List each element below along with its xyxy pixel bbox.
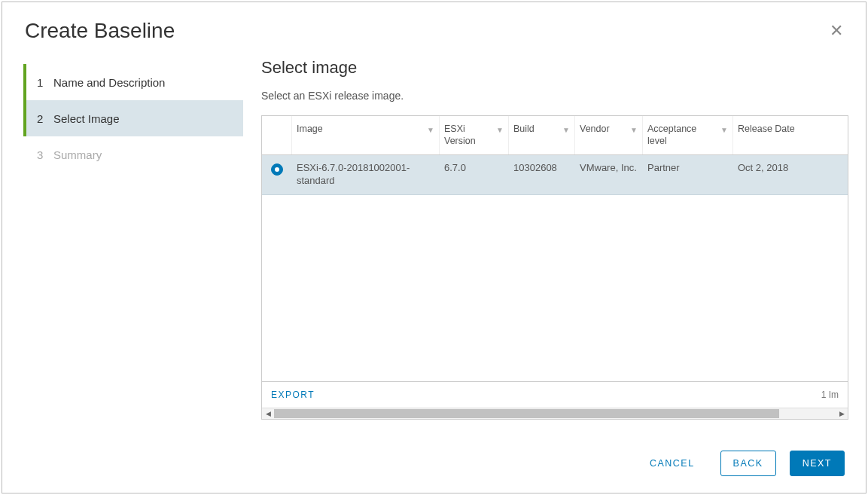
step-select-image[interactable]: 2 Select Image (23, 100, 243, 136)
column-select (262, 116, 292, 154)
column-vendor[interactable]: Vendor ▼ (575, 116, 643, 154)
table-header: Image ▼ ESXi Version ▼ Build ▼ Vendor ▼ (262, 116, 848, 155)
column-build[interactable]: Build ▼ (509, 116, 575, 154)
cell-build: 10302608 (509, 155, 575, 194)
table-footer: EXPORT 1 Im (262, 381, 848, 408)
table-body: ESXi-6.7.0-20181002001-standard 6.7.0 10… (262, 155, 848, 381)
step-number: 2 (37, 112, 46, 125)
step-number: 3 (37, 148, 46, 161)
wizard-steps: 1 Name and Description 2 Select Image 3 … (2, 50, 243, 438)
step-label: Select Image (53, 112, 120, 125)
cell-esxi-version: 6.7.0 (440, 155, 509, 194)
cancel-button[interactable]: CANCEL (638, 451, 707, 475)
cell-vendor: VMware, Inc. (575, 155, 643, 194)
cell-release-date: Oct 2, 2018 (733, 155, 846, 194)
dialog-body: 1 Name and Description 2 Select Image 3 … (2, 50, 866, 438)
panel-title: Select image (261, 58, 866, 78)
main-panel: Select image Select an ESXi release imag… (243, 50, 866, 438)
filter-icon[interactable]: ▼ (496, 126, 504, 134)
scroll-right-icon[interactable]: ▶ (836, 410, 848, 417)
column-label: Acceptance level (647, 124, 717, 147)
panel-subtitle: Select an ESXi release image. (261, 90, 866, 102)
scroll-track[interactable] (274, 408, 836, 419)
radio-dot (275, 167, 279, 172)
scroll-thumb[interactable] (274, 409, 779, 418)
step-label: Summary (53, 148, 102, 161)
step-name-description[interactable]: 1 Name and Description (23, 64, 243, 100)
scroll-left-icon[interactable]: ◀ (262, 410, 274, 417)
filter-icon[interactable]: ▼ (630, 126, 638, 134)
create-baseline-dialog: Create Baseline ✕ 1 Name and Description… (2, 2, 866, 493)
cell-image: ESXi-6.7.0-20181002001-standard (292, 155, 440, 194)
dialog-footer: CANCEL BACK NEXT (2, 438, 866, 493)
column-esxi-version[interactable]: ESXi Version ▼ (440, 116, 509, 154)
row-count: 1 Im (821, 390, 839, 400)
close-icon[interactable]: ✕ (830, 23, 843, 39)
column-label: Vendor (580, 124, 610, 136)
radio-selected-icon[interactable] (271, 163, 283, 176)
column-label: Build (513, 124, 535, 136)
column-label: Release Date (738, 124, 795, 136)
row-select-cell[interactable] (262, 155, 292, 194)
export-link[interactable]: EXPORT (271, 390, 315, 400)
filter-icon[interactable]: ▼ (562, 126, 570, 134)
table-row[interactable]: ESXi-6.7.0-20181002001-standard 6.7.0 10… (262, 155, 848, 195)
back-button[interactable]: BACK (720, 451, 776, 476)
horizontal-scrollbar[interactable]: ◀ ▶ (262, 408, 848, 419)
filter-icon[interactable]: ▼ (427, 126, 434, 134)
dialog-title: Create Baseline (25, 19, 175, 43)
column-label: ESXi Version (444, 124, 493, 147)
step-number: 1 (37, 76, 46, 89)
column-release-date[interactable]: Release Date (733, 116, 846, 154)
dialog-header: Create Baseline ✕ (2, 2, 866, 50)
column-image[interactable]: Image ▼ (292, 116, 440, 154)
step-label: Name and Description (53, 76, 165, 89)
column-label: Image (297, 124, 323, 136)
image-table: Image ▼ ESXi Version ▼ Build ▼ Vendor ▼ (261, 115, 848, 420)
next-button[interactable]: NEXT (790, 451, 845, 476)
filter-icon[interactable]: ▼ (720, 126, 728, 134)
column-acceptance-level[interactable]: Acceptance level ▼ (643, 116, 733, 154)
cell-acceptance-level: Partner (643, 155, 733, 194)
step-summary: 3 Summary (23, 136, 243, 173)
